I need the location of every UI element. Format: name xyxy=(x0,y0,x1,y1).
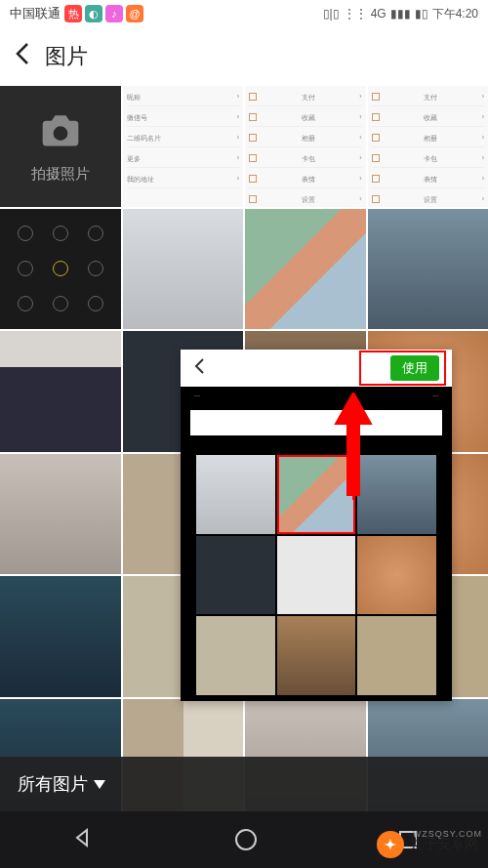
status-right: ▯|▯ ⋮⋮ 4G ▮▮▮ ▮▯ 下午4:20 xyxy=(323,6,479,22)
grid-image-city[interactable] xyxy=(0,576,121,697)
signal-text: 4G xyxy=(371,7,386,21)
popup-body: ······ xyxy=(181,387,452,701)
camera-icon xyxy=(39,108,82,155)
grid-image-settings-3[interactable]: 支付› 收藏› 相册› 卡包› 表情› 设置› xyxy=(368,86,489,207)
camera-label: 拍摄照片 xyxy=(31,165,90,184)
app-icon-3: ♪ xyxy=(105,5,123,22)
popup-header: 使用 xyxy=(181,350,452,387)
app-icon-1: 热 xyxy=(64,5,82,22)
popup-thumb-player[interactable] xyxy=(277,536,356,615)
album-selector-bar[interactable]: 所有图片 xyxy=(0,757,488,811)
popup-gallery xyxy=(190,443,442,701)
popup-thumb-mural-selected[interactable] xyxy=(277,455,356,534)
status-bar: 中国联通 热 ◐ ♪ @ ▯|▯ ⋮⋮ 4G ▮▮▮ ▮▯ 下午4:20 xyxy=(0,0,488,27)
status-app-icons: 热 ◐ ♪ @ xyxy=(64,5,143,22)
popup-thumb-boy[interactable] xyxy=(196,455,275,534)
popup-thumb-rocks[interactable] xyxy=(277,616,356,695)
grid-image-mural[interactable] xyxy=(245,209,366,330)
album-selector[interactable]: 所有图片 xyxy=(18,772,105,796)
popup-thumb-arch[interactable] xyxy=(357,616,436,695)
use-button[interactable]: 使用 xyxy=(390,355,439,381)
popup-thumb-man[interactable] xyxy=(357,455,436,534)
album-label: 所有图片 xyxy=(18,772,88,796)
grid-image-woman[interactable] xyxy=(0,331,121,452)
watermark-icon: ✦ xyxy=(377,831,404,858)
app-icon-4: @ xyxy=(126,5,143,22)
popup-thumb-dog[interactable] xyxy=(357,536,436,615)
nav-home-button[interactable] xyxy=(235,829,257,850)
battery-icon: ▮▯ xyxy=(415,7,428,21)
page-title: 图片 xyxy=(45,42,88,71)
popup-back-button[interactable] xyxy=(186,356,212,381)
status-left: 中国联通 热 ◐ ♪ @ xyxy=(10,5,143,22)
grid-image-boy[interactable] xyxy=(123,209,244,330)
grid-image-settings-1[interactable]: 昵称› 微信号› 二维码名片› 更多› 我的地址› xyxy=(123,86,244,207)
carrier-text: 中国联通 xyxy=(10,5,61,22)
grid-image-camera-settings[interactable] xyxy=(0,209,121,330)
grid-image-settings-2[interactable]: 支付› 收藏› 相册› 卡包› 表情› 设置› xyxy=(245,86,366,207)
preview-popup: 使用 ······ xyxy=(181,350,452,701)
title-bar: 图片 xyxy=(0,27,488,86)
popup-thumb-dress[interactable] xyxy=(196,616,275,695)
use-button-highlight: 使用 xyxy=(359,351,446,386)
watermark-text: 丸子安卓网 xyxy=(410,836,478,853)
time-text: 下午4:20 xyxy=(432,6,478,22)
grid-image-man[interactable] xyxy=(368,209,489,330)
nav-back-button[interactable] xyxy=(71,827,93,852)
watermark: ✦ 丸子安卓网 xyxy=(373,827,482,862)
signal-bars-icon: ▮▮▮ xyxy=(390,7,411,21)
app-icon-2: ◐ xyxy=(85,5,102,22)
popup-search-input[interactable] xyxy=(190,410,442,435)
dropdown-icon xyxy=(94,780,105,789)
popup-mini-status: ······ xyxy=(190,393,442,406)
camera-tile[interactable]: 拍摄照片 xyxy=(0,86,121,207)
popup-thumb-suit[interactable] xyxy=(196,536,275,615)
grid-image-cat[interactable] xyxy=(0,454,121,575)
back-button[interactable] xyxy=(14,40,31,74)
vibrate-icon: ▯|▯ xyxy=(323,7,340,21)
wifi-icon: ⋮⋮ xyxy=(344,7,367,21)
